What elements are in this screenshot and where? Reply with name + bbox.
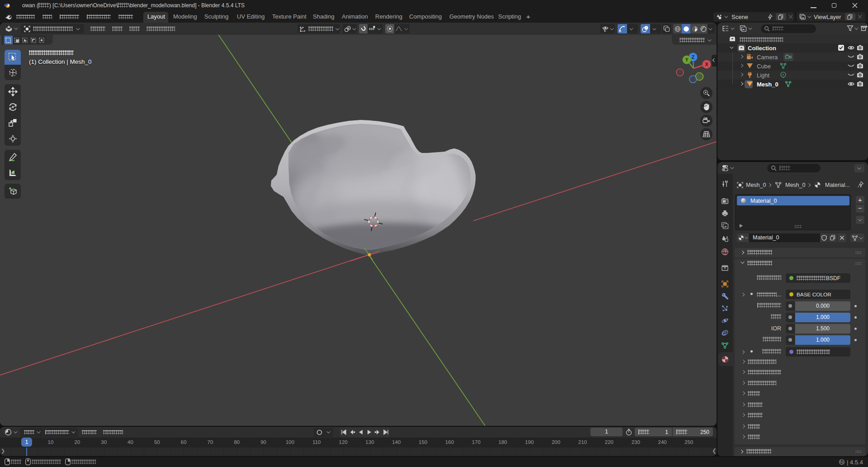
- svg-text:Y: Y: [685, 57, 689, 62]
- svg-text:Z: Z: [692, 55, 694, 60]
- svg-text:X: X: [705, 62, 708, 67]
